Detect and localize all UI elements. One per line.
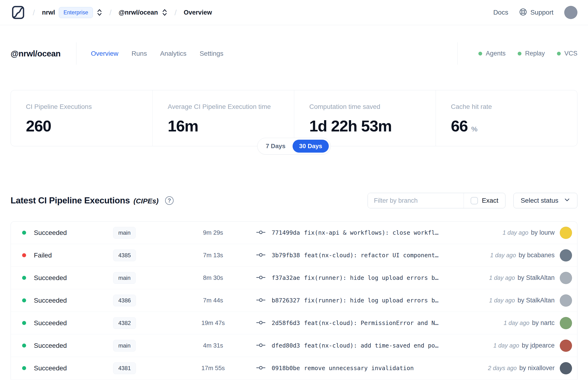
git-commit-icon — [256, 230, 266, 236]
cipe-row[interactable]: Succeeded main 8m 30s f37a32aefix(runner… — [11, 267, 577, 289]
period-30days-button[interactable]: 30 Days — [293, 140, 329, 152]
status-dot-icon — [22, 253, 26, 257]
author: by nixallover — [519, 364, 555, 372]
divider — [457, 42, 458, 65]
tab-runs[interactable]: Runs — [132, 50, 147, 57]
breadcrumb-page: Overview — [184, 9, 212, 16]
time-ago: 1 day ago — [489, 274, 515, 281]
workspace-switcher-icon[interactable] — [162, 8, 168, 17]
duration: 7m 44s — [181, 297, 245, 304]
branch-chip[interactable]: 4381 — [113, 362, 136, 374]
time-ago: 1 day ago — [490, 252, 516, 259]
status-dot-icon — [22, 366, 26, 370]
author: by StalkAltan — [517, 274, 555, 282]
breadcrumb-org[interactable]: nrwl — [42, 9, 55, 16]
commit-message: remove unnecessary invalidation — [304, 365, 414, 372]
branch-chip[interactable]: 4386 — [113, 295, 136, 306]
commit-message: feat(nx-cloud): add time-saved end po… — [304, 342, 438, 349]
lifebuoy-icon — [519, 8, 527, 17]
branch-chip[interactable]: 4385 — [113, 249, 136, 261]
cipe-row[interactable]: Succeeded main 4m 31s dfed80d3feat(nx-cl… — [11, 334, 577, 357]
cipe-section-header: Latest CI Pipeline Executions (CIPEs) ? … — [11, 193, 577, 208]
cipe-row[interactable]: Succeeded 4381 17m 55s 0918b0beremove un… — [11, 357, 577, 380]
author: by StalkAltan — [517, 297, 555, 304]
stat-card-cipe-count: CI Pipeline Executions 260 — [11, 90, 152, 146]
time-ago: 1 day ago — [489, 297, 515, 304]
cipe-row[interactable]: Failed 4385 7m 13s 3b79fb38feat(nx-cloud… — [11, 244, 577, 267]
branch-chip[interactable]: main — [113, 227, 136, 239]
commit-hash[interactable]: 0918b0be — [272, 365, 300, 372]
commit-hash[interactable]: 2d58f6d3 — [272, 320, 300, 326]
author: by jdpearce — [522, 342, 555, 349]
branch-chip[interactable]: main — [113, 272, 136, 284]
status-dot-icon — [22, 321, 26, 325]
exact-checkbox[interactable] — [471, 197, 478, 204]
time-ago: 1 day ago — [493, 342, 519, 349]
org-switcher-icon[interactable] — [97, 8, 102, 17]
author-avatar — [560, 340, 572, 352]
workspace-tabs: Overview Runs Analytics Settings — [91, 50, 224, 57]
duration: 7m 13s — [181, 252, 245, 259]
cipe-title-suffix: (CIPEs) — [133, 197, 158, 205]
author: by lourw — [531, 229, 555, 236]
help-icon[interactable]: ? — [165, 196, 173, 205]
page-title: @nrwl/ocean — [11, 49, 61, 58]
tab-analytics[interactable]: Analytics — [160, 50, 187, 57]
tab-settings[interactable]: Settings — [200, 50, 224, 57]
status-dot-icon — [22, 231, 26, 235]
breadcrumb-separator: / — [174, 8, 177, 17]
cipe-table: Succeeded main 9m 29s 771499dafix(nx-api… — [11, 221, 577, 380]
period-toggle: 7 Days 30 Days — [257, 138, 331, 154]
tab-overview[interactable]: Overview — [91, 50, 118, 57]
nx-cloud-logo-icon[interactable] — [11, 5, 26, 20]
git-commit-icon — [256, 275, 266, 281]
commit-message: feat(nx-cloud): refactor UI component… — [304, 252, 438, 259]
support-link[interactable]: Support — [519, 8, 553, 17]
author: by bcabanes — [519, 252, 555, 259]
git-commit-icon — [256, 320, 266, 326]
status-dot-icon — [22, 343, 26, 347]
branch-chip[interactable]: main — [113, 340, 136, 352]
author-avatar — [560, 317, 572, 329]
workspace-header: @nrwl/ocean Overview Runs Analytics Sett… — [0, 42, 588, 65]
duration: 17m 55s — [181, 364, 245, 372]
duration: 8m 30s — [181, 274, 245, 282]
top-nav: / nrwl Enterprise / @nrwl/ocean / Overvi… — [0, 0, 588, 25]
chevron-down-icon — [564, 197, 570, 205]
commit-message: fix(runner): hide log upload errors b… — [304, 297, 438, 304]
commit-hash[interactable]: b8726327 — [272, 297, 300, 304]
commit-message: fix(nx-api & workflows): close workfl… — [304, 229, 438, 236]
git-commit-icon — [256, 342, 266, 349]
branch-filter-input[interactable] — [368, 193, 464, 208]
cipe-row[interactable]: Succeeded 4386 7m 44s b8726327fix(runner… — [11, 289, 577, 312]
breadcrumb-separator: / — [33, 8, 35, 17]
breadcrumb-separator: / — [109, 8, 112, 17]
green-dot-icon — [518, 52, 521, 56]
commit-hash[interactable]: f37a32ae — [272, 274, 300, 281]
period-7days-button[interactable]: 7 Days — [259, 140, 292, 152]
commit-hash[interactable]: 3b79fb38 — [272, 252, 300, 259]
docs-link[interactable]: Docs — [493, 9, 508, 16]
time-ago: 2 days ago — [488, 365, 517, 372]
status-dot-icon — [22, 298, 26, 303]
time-ago: 1 day ago — [504, 320, 530, 326]
green-dot-icon — [478, 52, 482, 56]
git-commit-icon — [256, 252, 266, 258]
breadcrumb-workspace[interactable]: @nrwl/ocean — [118, 9, 158, 16]
author-avatar — [560, 362, 572, 374]
cipe-row[interactable]: Succeeded main 9m 29s 771499dafix(nx-api… — [11, 222, 577, 244]
status-filter-dropdown[interactable]: Select status — [513, 193, 577, 208]
author-avatar — [560, 272, 572, 284]
commit-message: fix(runner): hide log upload errors b… — [304, 274, 438, 281]
branch-chip[interactable]: 4382 — [113, 317, 136, 329]
user-avatar[interactable] — [564, 6, 577, 19]
author-avatar — [560, 249, 572, 262]
status-dot-icon — [22, 276, 26, 280]
exact-match-toggle[interactable]: Exact — [464, 193, 505, 208]
cipe-row[interactable]: Succeeded 4382 19m 47s 2d58f6d3feat(nx-c… — [11, 312, 577, 334]
author: by nartc — [532, 319, 555, 327]
commit-hash[interactable]: dfed80d3 — [272, 342, 300, 349]
commit-hash[interactable]: 771499da — [272, 229, 300, 236]
stat-card-cache-hit: Cache hit rate 66 % — [436, 90, 577, 146]
author-avatar — [560, 294, 572, 307]
